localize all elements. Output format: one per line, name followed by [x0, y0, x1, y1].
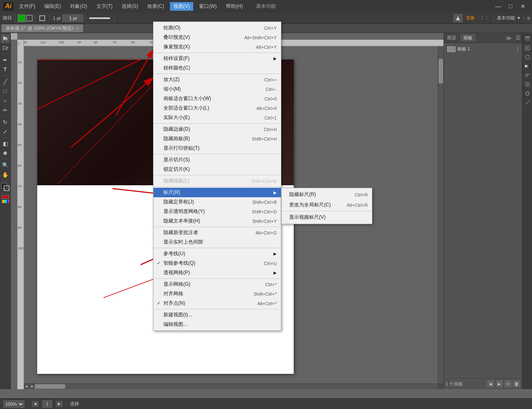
eyedropper-tool[interactable]: ✱: [1, 148, 10, 158]
submenu-change-global-rulers[interactable]: 更改为全局标尺(C) Alt+Ctrl+R: [282, 200, 372, 210]
panel-menu-btn[interactable]: ☰: [514, 34, 522, 42]
stroke-color-swatch[interactable]: [26, 15, 33, 22]
menu-help[interactable]: 帮助(H): [223, 2, 246, 11]
prev-page-btn[interactable]: ◄: [31, 401, 39, 407]
artboards-tab[interactable]: 画板: [460, 34, 476, 42]
menu-text[interactable]: 文字(T): [93, 2, 116, 11]
menu-hide-gradient-ann[interactable]: 隐藏新变批注者 Alt+Ctrl+G: [153, 228, 281, 237]
artboard-list-item[interactable]: 画板 1 1: [446, 45, 520, 53]
layers-icon-btn[interactable]: [523, 35, 532, 43]
next-page-btn[interactable]: ►: [55, 401, 63, 407]
menu-zoom-in[interactable]: 放大(Z) Ctrl++: [153, 75, 281, 84]
workspace-dropdown-btn[interactable]: ▼: [517, 16, 521, 20]
color-icon-btn[interactable]: [523, 53, 532, 61]
layers-tab[interactable]: 图层: [444, 34, 460, 42]
pen-tool[interactable]: ✒: [1, 55, 10, 65]
stroke-icon-btn[interactable]: [523, 89, 532, 98]
menu-proof-color[interactable]: 校样颜色(C): [153, 63, 281, 73]
line-tool[interactable]: ╱: [1, 77, 10, 86]
menu-perspective-grid[interactable]: 透视网格(P) ▶: [153, 268, 281, 277]
menu-hide-template[interactable]: 隐藏模板(L) Shift+Ctrl+W: [153, 176, 281, 186]
menu-view[interactable]: 视图(V): [170, 2, 193, 11]
menu-outline[interactable]: 轮廓(O) Ctrl+Y: [153, 23, 281, 33]
panel-delete-btn[interactable]: 🗑: [513, 380, 520, 387]
menu-snap-grid[interactable]: 对齐网格 Shift+Ctrl+*: [153, 289, 281, 299]
menu-window[interactable]: 窗口(W): [196, 2, 220, 11]
menu-select[interactable]: 选择(S): [118, 2, 141, 11]
doc-tab-item[interactable]: 未标题-1* @ 100% (CMYK/预览) ✕: [2, 24, 84, 32]
brush-icon-btn[interactable]: [523, 98, 532, 107]
menu-fit-all[interactable]: 全部适合窗口大小(L) Alt+Ctrl+0: [153, 103, 281, 113]
ellipse-tool[interactable]: ○: [1, 96, 10, 105]
menu-show-grid[interactable]: 显示网格(G) Ctrl+*: [153, 280, 281, 289]
zoom-tool[interactable]: 🔍: [1, 160, 10, 170]
prev-artboard-btn[interactable]: ◄: [24, 384, 29, 389]
rect-tool[interactable]: □: [1, 86, 10, 96]
brush-tool[interactable]: ✏: [1, 105, 10, 115]
gradient-tool[interactable]: ◧: [1, 139, 10, 148]
menu-lock-slices[interactable]: 锁定切片(K): [153, 165, 281, 174]
submenu-show-video-rulers[interactable]: 显示视频标尺(V): [282, 212, 372, 222]
hand-tool[interactable]: ✋: [1, 170, 10, 179]
stroke-width-input[interactable]: [62, 14, 83, 22]
menu-hide-edges[interactable]: 隐藏边缘(D) Ctrl+H: [153, 124, 281, 134]
svg-rect-17: [525, 65, 530, 67]
menu-snap-point[interactable]: 对齐点(N) Alt+Ctrl+*: [153, 299, 281, 308]
fill-color-swatch[interactable]: [18, 14, 25, 22]
align-icon-btn[interactable]: [523, 71, 532, 79]
color-spectrum[interactable]: [2, 200, 9, 203]
stroke-style[interactable]: [89, 17, 110, 19]
menu-fit-artboard[interactable]: 画板适合窗口大小(W) Ctrl+0: [153, 94, 281, 103]
maximize-button[interactable]: □: [505, 2, 516, 10]
direct-select-tool[interactable]: [1, 43, 10, 53]
minimize-button[interactable]: —: [492, 2, 504, 10]
horizontal-scrollbar-thumb[interactable]: [32, 384, 65, 389]
menu-pixel[interactable]: 像素预览(X) Alt+Ctrl+Y: [153, 42, 281, 52]
menu-proof-setup[interactable]: 校样设置(F) ▶: [153, 54, 281, 63]
menu-hide-text-threads[interactable]: 隐藏文本串接(H) Shift+Ctrl+Y: [153, 216, 281, 226]
pathfinder-icon-btn[interactable]: [523, 80, 532, 88]
panel-next-btn[interactable]: ►: [496, 380, 503, 387]
close-button[interactable]: ✕: [517, 2, 529, 10]
menu-hide-artboards[interactable]: 隐藏画板(B) Shift+Ctrl+H: [153, 134, 281, 144]
scale-tool[interactable]: ⤢: [1, 127, 10, 136]
menu-effect[interactable]: 效果(C): [144, 2, 168, 11]
menu-hide-bbox[interactable]: 隐藏定界框(J) Shift+Ctrl+B: [153, 197, 281, 207]
menu-show-transparency[interactable]: 显示透明度网格(Y) Shift+Ctrl+D: [153, 207, 281, 216]
menu-zoom-out[interactable]: 缩小(M) Ctrl+-: [153, 84, 281, 94]
menu-show-slices[interactable]: 显示切片(S): [153, 155, 281, 165]
menu-smart-guides[interactable]: 智能参考线(Q) Ctrl+U: [153, 258, 281, 268]
panel-prev-btn[interactable]: ◄: [487, 380, 494, 387]
toolbar-separator-3: [49, 14, 50, 22]
menu-show-live-color[interactable]: 显示实时上色间隙: [153, 237, 281, 247]
zoom-dropdown[interactable]: 100% 75% 50% 200%: [3, 400, 24, 408]
rotate-tool[interactable]: ↻: [1, 117, 10, 127]
panel-toggle-btn[interactable]: ≡: [527, 15, 530, 22]
horizontal-scrollbar[interactable]: [24, 383, 438, 389]
page-number-input[interactable]: [42, 400, 52, 408]
menu-file[interactable]: 文件(F): [16, 2, 38, 11]
draw-mode-btn[interactable]: [37, 14, 47, 22]
menu-edit-view[interactable]: 编辑视图...: [153, 320, 281, 329]
panel-expand-btn[interactable]: ≫: [503, 34, 514, 42]
menu-actual-size[interactable]: 实际大小(E) Ctrl+1: [153, 113, 281, 122]
menu-object[interactable]: 对象(O): [67, 2, 90, 11]
menu-rulers[interactable]: 标尺(R) ▶: [153, 188, 281, 197]
stroke-box[interactable]: [4, 185, 10, 191]
vertical-scrollbar-thumb[interactable]: [439, 59, 443, 84]
doc-tab-close-btn[interactable]: ✕: [76, 26, 79, 31]
arrange-btn[interactable]: [453, 14, 463, 22]
panel-add-btn[interactable]: +: [504, 380, 512, 387]
menu-show-print[interactable]: 显示打印拼贴(T): [153, 144, 281, 153]
vertical-scrollbar[interactable]: [438, 46, 443, 383]
menu-overprint[interactable]: 叠印预览(V) Alt+Shift+Ctrl+Y: [153, 33, 281, 42]
menu-edit[interactable]: 编辑(E): [41, 2, 64, 11]
next-artboard-btn[interactable]: ►: [30, 384, 35, 389]
menu-new-view[interactable]: 新建视图(I)...: [153, 310, 281, 320]
submenu-hide-rulers[interactable]: 隐藏标尺(R) Ctrl+R: [282, 189, 372, 200]
transform-icon-btn[interactable]: [523, 44, 532, 52]
text-tool[interactable]: T: [1, 65, 10, 74]
menu-guides[interactable]: 参考线(U) ▶: [153, 249, 281, 258]
gradient-icon-btn[interactable]: [523, 62, 532, 70]
select-tool[interactable]: [1, 34, 10, 43]
